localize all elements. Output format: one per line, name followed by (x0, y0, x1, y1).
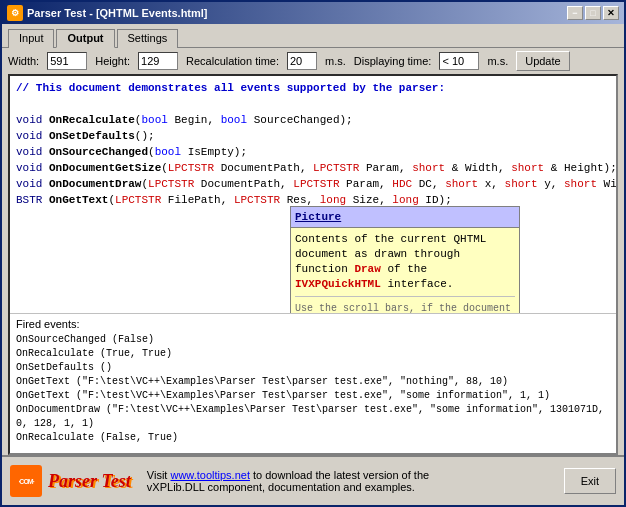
website-link[interactable]: www.tooltips.net (170, 469, 249, 481)
toolbar: Width: Height: Recalculation time: m.s. … (2, 47, 624, 74)
main-window: ⚙ Parser Test - [QHTML Events.html] − □ … (0, 0, 626, 507)
code-line-4: void OnDocumentGetSize(LPCTSTR DocumentP… (16, 160, 610, 176)
fired-line-1: OnSourceChanged (False) (16, 333, 610, 347)
tooltip-title: Picture (291, 207, 519, 228)
fired-line-4: OnGetText ("F:\test\VC++\Examples\Parser… (16, 375, 610, 389)
fired-label: Fired events: (16, 317, 610, 331)
displaying-input[interactable] (439, 52, 479, 70)
logo-icon: ·COM· (10, 465, 42, 497)
bottom-logo: ·COM· Parser Test (10, 465, 131, 497)
blank-line-1 (16, 96, 610, 112)
bottom-bar: ·COM· Parser Test Visit www.tooltips.net… (2, 455, 624, 505)
content-area: // This document demonstrates all events… (8, 74, 618, 455)
fired-line-2: OnRecalculate (True, True) (16, 347, 610, 361)
code-line-1: void OnRecalculate(bool Begin, bool Sour… (16, 112, 610, 128)
fired-line-6: OnDocumentDraw ("F:\test\VC++\Examples\P… (16, 403, 610, 431)
bottom-description: Visit www.tooltips.net to download the l… (147, 469, 556, 493)
title-buttons: − □ ✕ (567, 6, 619, 20)
app-icon: ⚙ (7, 5, 23, 21)
update-button[interactable]: Update (516, 51, 569, 71)
tab-input[interactable]: Input (8, 29, 54, 48)
window-title: Parser Test - [QHTML Events.html] (27, 7, 208, 19)
fired-line-3: OnSetDefaults () (16, 361, 610, 375)
code-line-5: void OnDocumentDraw(LPCTSTR DocumentPath… (16, 176, 610, 192)
height-input[interactable] (138, 52, 178, 70)
code-display: // This document demonstrates all events… (10, 76, 616, 313)
tooltip-secondary: Use the scroll bars, if the document is … (295, 301, 515, 313)
recalc-label: Recalculation time: (186, 55, 279, 67)
tabs-container: Input Output Settings (2, 24, 624, 47)
code-line-3: void OnSourceChanged(bool IsEmpty); (16, 144, 610, 160)
tab-settings[interactable]: Settings (117, 29, 179, 48)
code-comment-line: // This document demonstrates all events… (16, 80, 610, 96)
close-button[interactable]: ✕ (603, 6, 619, 20)
fired-events-area: Fired events: OnSourceChanged (False) On… (10, 313, 616, 453)
title-bar-left: ⚙ Parser Test - [QHTML Events.html] (7, 5, 208, 21)
interface-link: IVXPQuickHTML (295, 278, 381, 290)
fired-line-5: OnGetText ("F:\test\VC++\Examples\Parser… (16, 389, 610, 403)
tooltip-popup: Picture Contents of the current QHTML do… (290, 206, 520, 313)
code-line-2: void OnSetDefaults(); (16, 128, 610, 144)
displaying-label: Displaying time: (354, 55, 432, 67)
tooltip-body: Contents of the current QHTML document a… (291, 228, 519, 313)
logo-text: Parser Test (48, 471, 131, 492)
ms2-label: m.s. (487, 55, 508, 67)
width-label: Width: (8, 55, 39, 67)
ms1-label: m.s. (325, 55, 346, 67)
minimize-button[interactable]: − (567, 6, 583, 20)
draw-link: Draw (354, 263, 380, 275)
tooltip-divider (295, 296, 515, 297)
fired-line-7: OnRecalculate (False, True) (16, 431, 610, 445)
exit-button[interactable]: Exit (564, 468, 616, 494)
width-input[interactable] (47, 52, 87, 70)
recalc-input[interactable] (287, 52, 317, 70)
maximize-button[interactable]: □ (585, 6, 601, 20)
tab-output[interactable]: Output (56, 29, 114, 48)
title-bar: ⚙ Parser Test - [QHTML Events.html] − □ … (2, 2, 624, 24)
height-label: Height: (95, 55, 130, 67)
